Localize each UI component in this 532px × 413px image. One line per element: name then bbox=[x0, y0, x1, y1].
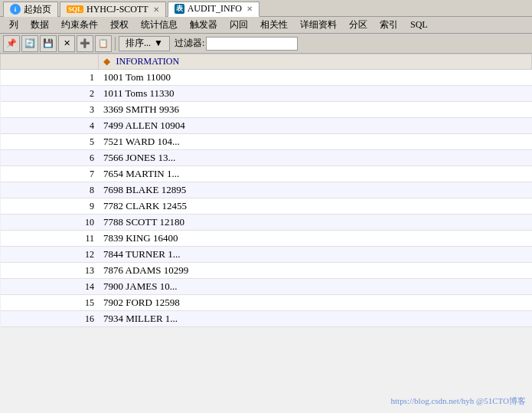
menu-index[interactable]: 索引 bbox=[374, 17, 404, 33]
filter-label: 过滤器: bbox=[175, 37, 204, 50]
tab-hyhcj-close[interactable]: ✕ bbox=[153, 5, 159, 14]
table-row[interactable]: 11001 Tom 11000 bbox=[1, 70, 532, 86]
table-row[interactable]: 57521 WARD 104... bbox=[1, 134, 532, 150]
table-container: ◆ INFORMATION 11001 Tom 1100021011 Toms … bbox=[0, 54, 532, 413]
row-value: 7782 CLARK 12455 bbox=[99, 198, 532, 215]
row-number: 6 bbox=[1, 150, 99, 166]
row-value: 1001 Tom 11000 bbox=[99, 70, 532, 86]
row-number: 7 bbox=[1, 166, 99, 182]
menu-auth[interactable]: 授权 bbox=[104, 17, 135, 33]
sort-dropdown-icon: ▼ bbox=[154, 38, 163, 49]
delete-button[interactable]: ✕ bbox=[58, 35, 75, 52]
row-number: 11 bbox=[1, 231, 99, 247]
table-row[interactable]: 147900 JAMES 10... bbox=[1, 279, 532, 295]
pin-button[interactable]: 📌 bbox=[3, 35, 20, 52]
menu-triggers[interactable]: 触发器 bbox=[184, 17, 224, 33]
row-value: 7844 TURNER 1... bbox=[99, 247, 532, 263]
watermark: https://blog.csdn.net/hyh @51CTO博客 bbox=[391, 395, 526, 407]
sort-button-label: 排序... bbox=[126, 37, 151, 50]
row-value: 7839 KING 16400 bbox=[99, 231, 532, 247]
row-value: 7566 JONES 13... bbox=[99, 150, 532, 166]
table-row[interactable]: 137876 ADAMS 10299 bbox=[1, 263, 532, 279]
row-number: 13 bbox=[1, 263, 99, 279]
menu-bar: 列 数据 约束条件 授权 统计信息 触发器 闪回 相关性 详细资料 分区 索引 … bbox=[0, 17, 532, 34]
table-row[interactable]: 107788 SCOTT 12180 bbox=[1, 215, 532, 231]
table-row[interactable]: 33369 SMITH 9936 bbox=[1, 102, 532, 118]
tab-audit-close[interactable]: ✕ bbox=[246, 5, 253, 13]
tab-audit-label: AUDIT_INFO bbox=[188, 3, 242, 15]
filter-input[interactable] bbox=[206, 37, 298, 51]
home-icon: i bbox=[10, 4, 21, 15]
sql-icon: SQL bbox=[67, 5, 83, 13]
information-header: ◆ INFORMATION bbox=[99, 54, 532, 70]
row-number: 8 bbox=[1, 182, 99, 198]
tab-home[interactable]: i 起始页 bbox=[3, 2, 58, 17]
row-number: 14 bbox=[1, 279, 99, 295]
row-value: 7876 ADAMS 10299 bbox=[99, 263, 532, 279]
table-row[interactable]: 127844 TURNER 1... bbox=[1, 247, 532, 263]
row-value: 3369 SMITH 9936 bbox=[99, 102, 532, 118]
row-value: 7788 SCOTT 12180 bbox=[99, 215, 532, 231]
table-row[interactable]: 67566 JONES 13... bbox=[1, 150, 532, 166]
menu-flashback[interactable]: 闪回 bbox=[224, 17, 254, 33]
tab-bar: i 起始页 SQL HYHCJ-SCOTT ✕ 表 AUDIT_INFO ✕ bbox=[0, 0, 532, 17]
menu-details[interactable]: 详细资料 bbox=[294, 17, 343, 33]
row-number: 15 bbox=[1, 295, 99, 311]
refresh-button[interactable]: 🔄 bbox=[21, 35, 38, 52]
row-value: 7499 ALLEN 10904 bbox=[99, 118, 532, 134]
row-number: 10 bbox=[1, 215, 99, 231]
row-value: 7934 MILLER 1... bbox=[99, 311, 532, 327]
tab-hyhcj-label: HYHCJ-SCOTT bbox=[86, 4, 149, 15]
menu-stats[interactable]: 统计信息 bbox=[135, 17, 184, 33]
tab-home-label: 起始页 bbox=[24, 3, 51, 16]
menu-partition[interactable]: 分区 bbox=[343, 17, 374, 33]
menu-col[interactable]: 列 bbox=[3, 17, 24, 33]
toolbar: 📌 🔄 💾 ✕ ➕ 📋 排序... ▼ 过滤器: bbox=[0, 34, 532, 54]
row-num-header bbox=[1, 54, 99, 70]
menu-relevance[interactable]: 相关性 bbox=[254, 17, 294, 33]
audit-icon: 表 bbox=[175, 4, 184, 14]
table-row[interactable]: 157902 FORD 12598 bbox=[1, 295, 532, 311]
row-number: 12 bbox=[1, 247, 99, 263]
row-number: 1 bbox=[1, 70, 99, 86]
table-header-row: ◆ INFORMATION bbox=[1, 54, 532, 70]
row-value: 7902 FORD 12598 bbox=[99, 295, 532, 311]
table-row[interactable]: 97782 CLARK 12455 bbox=[1, 198, 532, 215]
menu-constraints[interactable]: 约束条件 bbox=[55, 17, 104, 33]
menu-data[interactable]: 数据 bbox=[24, 17, 55, 33]
table-row[interactable]: 87698 BLAKE 12895 bbox=[1, 182, 532, 198]
row-value: 7521 WARD 104... bbox=[99, 134, 532, 150]
table-row[interactable]: 167934 MILLER 1... bbox=[1, 311, 532, 327]
tab-audit[interactable]: 表 AUDIT_INFO ✕ bbox=[168, 2, 259, 17]
copy-button[interactable]: 📋 bbox=[95, 35, 112, 52]
table-body: 11001 Tom 1100021011 Toms 1133033369 SMI… bbox=[1, 70, 532, 327]
column-sort-icon: ◆ bbox=[103, 56, 110, 67]
menu-sql[interactable]: SQL bbox=[404, 18, 434, 32]
row-number: 2 bbox=[1, 86, 99, 102]
row-number: 9 bbox=[1, 198, 99, 215]
sort-button[interactable]: 排序... ▼ bbox=[119, 36, 170, 51]
table-row[interactable]: 47499 ALLEN 10904 bbox=[1, 118, 532, 134]
row-number: 3 bbox=[1, 102, 99, 118]
table-row[interactable]: 117839 KING 16400 bbox=[1, 231, 532, 247]
table-row[interactable]: 77654 MARTIN 1... bbox=[1, 166, 532, 182]
save-button[interactable]: 💾 bbox=[40, 35, 57, 52]
toolbar-separator bbox=[115, 37, 116, 51]
row-value: 7698 BLAKE 12895 bbox=[99, 182, 532, 198]
add-button[interactable]: ➕ bbox=[77, 35, 93, 52]
tab-hyhcj[interactable]: SQL HYHCJ-SCOTT ✕ bbox=[60, 2, 166, 17]
row-number: 5 bbox=[1, 134, 99, 150]
data-table: ◆ INFORMATION 11001 Tom 1100021011 Toms … bbox=[0, 54, 532, 327]
row-value: 1011 Toms 11330 bbox=[99, 86, 532, 102]
row-number: 4 bbox=[1, 118, 99, 134]
row-number: 16 bbox=[1, 311, 99, 327]
table-row[interactable]: 21011 Toms 11330 bbox=[1, 86, 532, 102]
row-value: 7654 MARTIN 1... bbox=[99, 166, 532, 182]
row-value: 7900 JAMES 10... bbox=[99, 279, 532, 295]
